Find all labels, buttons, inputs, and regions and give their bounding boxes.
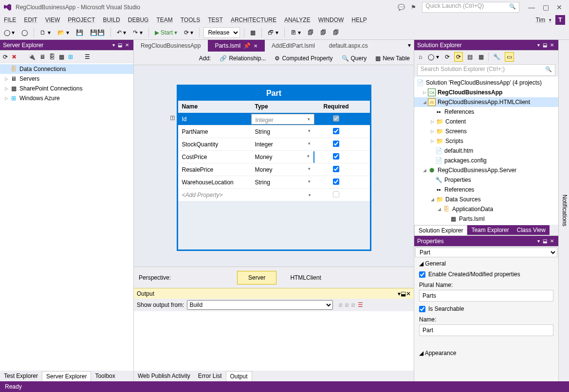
undo-button[interactable]: ↶ ▾ (115, 28, 128, 37)
menu-project[interactable]: PROJECT (68, 17, 95, 23)
prop-searchable[interactable]: Is Searchable (419, 305, 553, 312)
close-icon[interactable]: ✕ (254, 43, 257, 49)
tb-icon-3[interactable]: 🖹 ▾ (289, 28, 303, 37)
feedback-icon[interactable]: 💬 (398, 4, 405, 11)
tab-test-explorer[interactable]: Test Explorer (0, 371, 42, 381)
db-icon[interactable]: 🗄 (49, 53, 55, 60)
entity-row-cost[interactable]: CostPriceMoney (178, 150, 370, 163)
output-btn-2[interactable]: ⎚ (345, 302, 349, 308)
tab-error-list[interactable]: Error List (194, 371, 226, 381)
refresh-icon[interactable]: ⟳ (3, 53, 8, 60)
properties-icon[interactable]: 🔧 (492, 53, 502, 61)
menu-build[interactable]: BUILD (103, 17, 120, 23)
tb-icon-4[interactable]: 🗐 (306, 28, 315, 37)
entity-row-stock[interactable]: StockQuantityInteger (178, 138, 370, 150)
node-references-2[interactable]: ▪▪References (414, 185, 558, 195)
output-btn-1[interactable]: ⎚ (339, 302, 342, 308)
required-checkbox[interactable] (333, 141, 339, 147)
menu-tools[interactable]: TOOLS (181, 17, 200, 23)
back-icon[interactable]: ◯ ▾ (426, 53, 440, 61)
dropdown-icon[interactable]: ▾ (536, 42, 541, 48)
menu-file[interactable]: FILE (4, 17, 16, 23)
showall-icon[interactable]: ▦ (477, 53, 485, 61)
tb-icon-1[interactable]: ▦ (248, 28, 257, 37)
node-azure[interactable]: ▷⊞Windows Azure (0, 93, 133, 103)
pin-icon[interactable]: 📌 (243, 42, 251, 49)
node-proj-html[interactable]: ◢JSRegCloudBusinessApp.HTMLClient (414, 97, 558, 107)
add-computed-button[interactable]: ⚙ Computed Property (275, 55, 332, 62)
tab-output[interactable]: Output (226, 371, 252, 381)
user-name[interactable]: Tim (535, 17, 545, 23)
config-select[interactable]: Release (203, 27, 240, 38)
nav-back-button[interactable]: ◯ ▾ (2, 28, 17, 37)
entity-row-partname[interactable]: PartNameString (178, 125, 370, 138)
node-proj-server[interactable]: ◢⬢RegCloudBusinessApp.Server (414, 165, 558, 175)
node-scripts[interactable]: ▷📁Scripts (414, 136, 558, 146)
tb-icon-6[interactable]: 🗐 (331, 28, 341, 37)
node-datasources[interactable]: ◢📁Data Sources (414, 195, 558, 204)
dropdown-icon[interactable]: ▾ (111, 42, 116, 48)
refresh-button[interactable]: ⟳ ▾ (182, 28, 195, 37)
output-btn-4[interactable]: ☰ (358, 302, 363, 308)
node-solution[interactable]: 📄Solution 'RegCloudBusinessApp' (4 proje… (414, 78, 558, 88)
refresh-hl-icon[interactable]: ⟳ (454, 52, 463, 62)
node-screens[interactable]: ▷📁Screens (414, 126, 558, 136)
tab-server-explorer[interactable]: Server Explorer (42, 371, 91, 381)
save-all-button[interactable]: 💾💾 (88, 28, 107, 37)
close-icon[interactable]: ✕ (124, 42, 130, 48)
node-servers[interactable]: ▷🖥Servers (0, 74, 133, 84)
nav-fwd-button[interactable]: ◯ (19, 28, 30, 37)
server-icon[interactable]: 🖥 (39, 53, 45, 60)
tab-web-publish[interactable]: Web Publish Activity (134, 371, 194, 381)
save-button[interactable]: 💾 (74, 28, 85, 37)
menu-debug[interactable]: DEBUG (128, 17, 149, 23)
maximize-button[interactable]: ▢ (540, 3, 552, 11)
node-proj-main[interactable]: ▷C#RegCloudBusinessApp (414, 88, 558, 97)
dropdown-icon[interactable]: ▾ (536, 238, 541, 244)
properties-target-select[interactable]: Part (415, 248, 557, 257)
quick-launch-input[interactable]: Quick Launch (Ctrl+Q) (422, 2, 519, 13)
menu-team[interactable]: TEAM (156, 17, 172, 23)
node-packages[interactable]: 📄packages.config (414, 156, 558, 165)
stop-icon[interactable]: ✖ (12, 53, 17, 60)
close-icon[interactable]: ✕ (549, 238, 555, 244)
plural-input[interactable] (419, 290, 553, 302)
collapse-icon[interactable]: ▤ (466, 53, 474, 61)
add-query-button[interactable]: 🔍 Query (342, 55, 367, 62)
minimize-button[interactable]: — (525, 3, 538, 11)
menu-help[interactable]: HELP (351, 17, 367, 23)
tab-class-view[interactable]: Class View (513, 225, 550, 235)
entity-row-add[interactable]: <Add Property> (178, 188, 370, 201)
pin-icon[interactable]: ⬓ (116, 42, 124, 48)
name-input[interactable] (419, 324, 553, 336)
start-debug-button[interactable]: ▶ Start ▾ (153, 28, 179, 37)
output-content[interactable] (134, 311, 414, 371)
node-default-htm[interactable]: 📄default.htm (414, 146, 558, 156)
connect-icon[interactable]: 🔌 (28, 53, 36, 60)
node-properties[interactable]: 🔧Properties (414, 175, 558, 185)
pin-icon[interactable]: ⬓ (541, 238, 549, 244)
user-avatar[interactable]: T (555, 15, 565, 25)
tab-regcloud[interactable]: RegCloudBusinessApp (134, 40, 208, 52)
server-explorer-tree[interactable]: 🗄Data Connections ▷🖥Servers ▷▦SharePoint… (0, 63, 133, 371)
node-sharepoint[interactable]: ▷▦SharePoint Connections (0, 84, 133, 93)
entity-row-resale[interactable]: ResalePriceMoney (178, 163, 370, 176)
menu-test[interactable]: TEST (208, 17, 223, 23)
menu-edit[interactable]: EDIT (24, 17, 37, 23)
entity-designer[interactable]: Part Name Type Required ⚿ Id Integer (134, 65, 414, 267)
flag-icon[interactable]: ⚑ (411, 4, 416, 11)
home-icon[interactable]: ⌂ (417, 53, 423, 61)
sync-icon[interactable]: ⟳ (443, 53, 451, 61)
solution-search-input[interactable]: Search Solution Explorer (Ctrl+;) (417, 64, 555, 76)
node-data-connections[interactable]: 🗄Data Connections (0, 64, 133, 74)
close-button[interactable]: ✕ (553, 3, 565, 11)
menu-window[interactable]: WINDOW (318, 17, 344, 23)
required-checkbox[interactable] (333, 153, 339, 160)
tab-solution-explorer[interactable]: Solution Explorer (414, 225, 467, 235)
menu-architecture[interactable]: ARCHITECTURE (231, 17, 276, 23)
group-appearance[interactable]: ◢ Appearance (419, 350, 553, 356)
output-btn-3[interactable]: ⎚ (351, 302, 355, 308)
tab-toolbox[interactable]: Toolbox (91, 371, 119, 381)
node-parts-lsml[interactable]: ▦Parts.lsml (414, 214, 558, 224)
node-appdata[interactable]: ◢🗄ApplicationData (414, 204, 558, 214)
